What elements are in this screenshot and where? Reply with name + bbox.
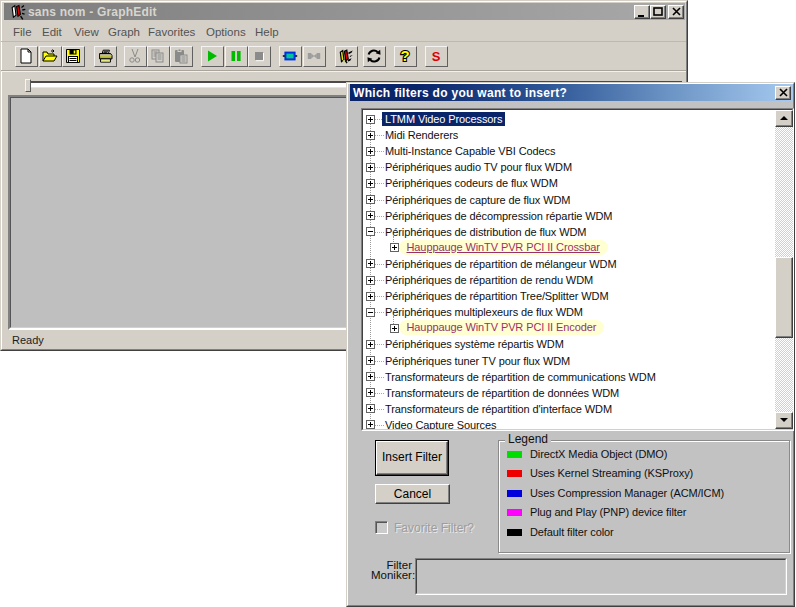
svg-text:S: S: [432, 49, 441, 64]
svg-text:?: ?: [400, 48, 409, 64]
